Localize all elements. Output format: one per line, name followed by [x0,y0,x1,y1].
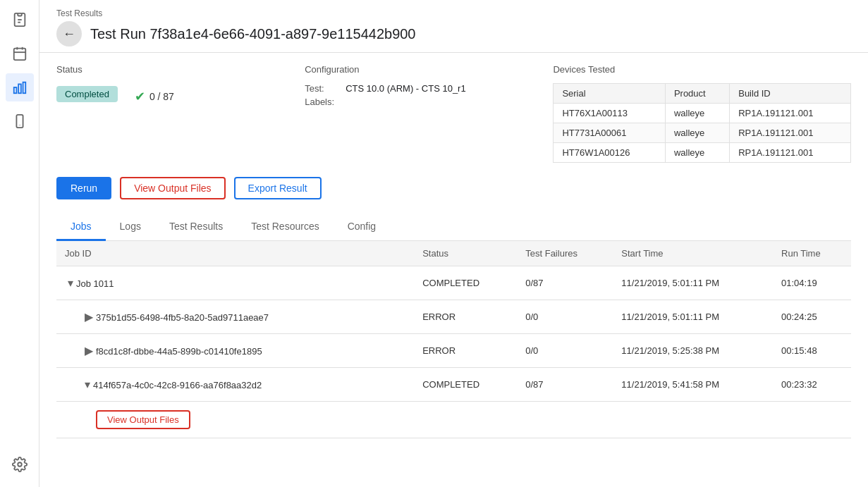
svg-point-12 [18,462,22,467]
table-row: ▾414f657a-4c0c-42c8-9166-aa76f8aa32d2COM… [56,368,851,402]
job-run-time: 01:04:19 [773,266,851,300]
tab-jobs[interactable]: Jobs [56,214,106,241]
configuration-panel: Configuration Test: CTS 10.0 (ARM) - CTS… [305,64,553,163]
devices-row: HT76W1A00126walleyeRP1A.191121.001 [554,143,851,163]
test-key: Test: [305,83,340,94]
job-failures: 0/0 [517,334,613,368]
sidebar-item-clipboard[interactable] [6,6,34,34]
inline-view-output-row: View Output Files [56,402,851,438]
job-failures: 0/87 [517,266,613,300]
job-failures: 0/87 [517,368,613,402]
tab-logs[interactable]: Logs [106,214,155,241]
job-id-text: f8cd1c8f-dbbe-44a5-899b-c01410fe1895 [96,346,262,357]
job-status: COMPLETED [414,266,517,300]
devices-row: HT7731A00061walleyeRP1A.191121.001 [554,123,851,143]
test-value: CTS 10.0 (ARM) - CTS 10_r1 [346,83,466,94]
info-section: Status Completed ✔ 0 / 87 Configuration … [56,64,851,163]
pass-count: ✔ 0 / 87 [135,89,174,104]
job-id-cell: ▾Job 1011 [56,266,414,300]
status-panel: Status Completed ✔ 0 / 87 [56,64,305,163]
collapse-button[interactable]: ▾ [65,275,76,291]
sidebar-item-calendar[interactable] [6,39,34,68]
devices-label: Devices Tested [553,64,851,75]
job-failures: 0/0 [517,300,613,334]
devices-panel: Devices Tested Serial Product Build ID H… [553,64,851,163]
job-status: COMPLETED [414,368,517,402]
devices-cell-serial: HT76X1A00113 [554,104,666,123]
job-status: ERROR [414,334,517,368]
devices-cell-build_id: RP1A.191121.001 [730,143,851,163]
col-status: Status [414,241,517,266]
jobs-table: Job ID Status Test Failures Start Time R… [56,241,851,438]
configuration-label: Configuration [305,64,553,75]
svg-rect-3 [13,49,25,61]
sidebar [0,0,39,487]
rerun-button[interactable]: Rerun [56,177,111,199]
status-badge: Completed [56,86,118,102]
job-run-time: 00:24:25 [773,300,851,334]
export-result-button[interactable]: Export Result [234,177,322,199]
col-job-id: Job ID [56,241,414,266]
main-content: Test Results ← Test Run 7f38a1e4-6e66-40… [39,0,868,487]
devices-cell-build_id: RP1A.191121.001 [730,123,851,143]
tab-config[interactable]: Config [334,214,390,241]
inline-view-output-button[interactable]: View Output Files [96,410,190,429]
content-area: Status Completed ✔ 0 / 87 Configuration … [39,53,868,487]
collapse-button[interactable]: ▾ [82,376,93,393]
job-start-time: 11/21/2019, 5:01:11 PM [613,266,773,300]
job-id-cell: ▶f8cd1c8f-dbbe-44a5-899b-c01410fe1895 [56,334,414,368]
expand-button[interactable]: ▶ [82,343,96,359]
table-row: ▶375b1d55-6498-4fb5-8a20-5ad9711aeae7ERR… [56,300,851,334]
job-run-time: 00:15:48 [773,334,851,368]
devices-row: HT76X1A00113walleyeRP1A.191121.001 [554,104,851,123]
svg-rect-8 [18,84,21,93]
devices-cell-serial: HT76W1A00126 [554,143,666,163]
svg-rect-7 [13,87,16,93]
page-title: Test Run 7f38a1e4-6e66-4091-a897-9e11544… [90,26,416,42]
breadcrumb: Test Results [56,8,851,18]
svg-rect-10 [16,115,23,128]
devices-col-serial: Serial [554,84,666,104]
tab-test-results[interactable]: Test Results [155,214,237,241]
devices-col-build: Build ID [730,84,851,104]
devices-table: Serial Product Build ID HT76X1A00113wall… [553,83,851,163]
devices-cell-serial: HT7731A00061 [554,123,666,143]
job-status: ERROR [414,300,517,334]
devices-cell-product: walleye [665,104,729,123]
status-label: Status [56,64,305,75]
svg-rect-0 [18,13,22,16]
devices-col-product: Product [665,84,729,104]
job-id-cell: ▾414f657a-4c0c-42c8-9166-aa76f8aa32d2 [56,368,414,402]
sidebar-item-chart[interactable] [6,73,34,101]
view-output-button[interactable]: View Output Files [120,177,225,199]
job-start-time: 11/21/2019, 5:01:11 PM [613,300,773,334]
tab-test-resources[interactable]: Test Resources [237,214,333,241]
back-button[interactable]: ← [56,21,82,47]
job-id-text: 414f657a-4c0c-42c8-9166-aa76f8aa32d2 [93,380,262,390]
job-id-text: Job 1011 [76,278,114,289]
expand-button[interactable]: ▶ [82,309,96,325]
pass-count-value: 0 / 87 [149,91,174,102]
action-buttons: Rerun View Output Files Export Result [56,177,851,199]
job-id-text: 375b1d55-6498-4fb5-8a20-5ad9711aeae7 [96,312,269,323]
tabs: JobsLogsTest ResultsTest ResourcesConfig [56,214,851,241]
sidebar-item-settings[interactable] [6,450,34,479]
table-row: ▶f8cd1c8f-dbbe-44a5-899b-c01410fe1895ERR… [56,334,851,368]
job-start-time: 11/21/2019, 5:41:58 PM [613,368,773,402]
job-start-time: 11/21/2019, 5:25:38 PM [613,334,773,368]
col-test-failures: Test Failures [517,241,613,266]
job-run-time: 00:23:32 [773,368,851,402]
job-id-cell: ▶375b1d55-6498-4fb5-8a20-5ad9711aeae7 [56,300,414,334]
labels-key: Labels: [305,97,340,107]
check-icon: ✔ [135,89,145,104]
inline-view-output-cell: View Output Files [56,402,851,438]
sidebar-item-phone[interactable] [6,107,34,135]
devices-cell-product: walleye [665,123,729,143]
devices-cell-product: walleye [665,143,729,163]
col-run-time: Run Time [773,241,851,266]
col-start-time: Start Time [613,241,773,266]
svg-rect-9 [23,82,25,94]
header: Test Results ← Test Run 7f38a1e4-6e66-40… [39,0,868,53]
devices-cell-build_id: RP1A.191121.001 [730,104,851,123]
table-row: ▾Job 1011COMPLETED0/8711/21/2019, 5:01:1… [56,266,851,300]
